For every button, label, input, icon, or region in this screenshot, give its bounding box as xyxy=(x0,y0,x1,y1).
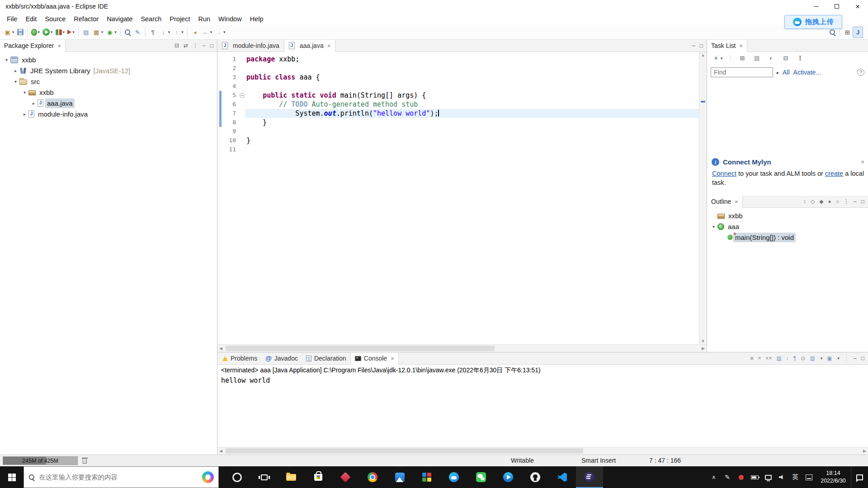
tree-collapsed-arrow-icon[interactable]: ▸ xyxy=(30,101,38,106)
new-wizard-button[interactable]: ▣▾ xyxy=(2,27,16,38)
next-annotation-button[interactable]: ↓▾ xyxy=(158,27,172,38)
editor-horizontal-scrollbar[interactable]: ◀ ▶ xyxy=(217,344,707,352)
scroll-left-icon[interactable]: ◀ xyxy=(219,449,222,453)
mark-occurrences-button[interactable]: ✎ xyxy=(132,27,143,38)
close-view-icon[interactable]: × xyxy=(735,198,738,205)
dropdown-caret-icon[interactable]: ▾ xyxy=(12,30,14,34)
dropdown-caret-icon[interactable]: ▾ xyxy=(72,30,75,34)
code-line-3[interactable]: public class aaa { xyxy=(245,73,699,82)
pen-app-tray-button[interactable]: ✎ xyxy=(721,466,734,488)
code-line-5[interactable]: public static void main(String[] args) { xyxy=(245,91,699,100)
dropdown-caret-icon[interactable]: ▾ xyxy=(114,30,117,34)
editor-vertical-scrollbar[interactable]: ▲ ▼ xyxy=(699,52,707,344)
outline-tab[interactable]: Outline × xyxy=(707,196,743,208)
tree-item-module-info-java[interactable]: ▸module-info.java xyxy=(0,108,217,119)
menu-refactor[interactable]: Refactor xyxy=(70,14,103,24)
hide-fields-icon[interactable]: ◇ xyxy=(811,199,815,204)
filter-all-link[interactable]: All xyxy=(783,69,790,76)
run-external-tools-button[interactable]: ▾ xyxy=(66,27,76,38)
console-output[interactable]: hellow world xyxy=(217,375,868,447)
wechat-taskbar-button[interactable] xyxy=(467,466,495,488)
hidden-icons-tray-button[interactable]: ∧ xyxy=(707,466,721,488)
code-line-7[interactable]: System.out.println("hellow world"); xyxy=(245,109,699,118)
hide-completed-button[interactable]: ⊟ xyxy=(781,52,791,64)
menu-file[interactable]: File xyxy=(3,14,21,24)
dropdown-caret-icon[interactable]: ▾ xyxy=(223,30,226,34)
github-taskbar-button[interactable] xyxy=(522,466,549,488)
activate-link[interactable]: Activate... xyxy=(793,69,821,76)
menu-run[interactable]: Run xyxy=(194,14,214,24)
line-number-ruler[interactable]: 1234567891011 xyxy=(224,52,238,344)
ime-keyboard-tray-button[interactable] xyxy=(802,466,816,488)
close-button[interactable]: × xyxy=(847,0,868,13)
dropdown-caret-icon[interactable]: ▾ xyxy=(838,356,840,361)
task-list-tab[interactable]: Task List × xyxy=(707,40,747,52)
hide-non-public-members-icon[interactable]: ● xyxy=(828,199,831,204)
scroll-lock-icon[interactable]: ↓ xyxy=(786,356,789,361)
tab-console[interactable]: Console× xyxy=(350,352,399,365)
eclipse-taskbar-button[interactable] xyxy=(576,466,603,488)
scroll-left-icon[interactable]: ◀ xyxy=(219,346,222,351)
taskbar-search-box[interactable] xyxy=(24,466,219,488)
menu-project[interactable]: Project xyxy=(165,14,194,24)
last-edit-location-button[interactable]: ◂ xyxy=(190,27,200,38)
maximize-editor-icon[interactable]: □ xyxy=(700,43,703,48)
collapse-fold-icon[interactable] xyxy=(240,93,245,98)
tree-expanded-arrow-icon[interactable]: ▾ xyxy=(3,57,10,62)
coverage-button[interactable]: ▾ xyxy=(54,27,66,38)
show-whitespace-button[interactable]: ¶ xyxy=(148,27,158,38)
tab-declaration[interactable]: Declaration xyxy=(302,352,350,364)
scroll-down-icon[interactable]: ▼ xyxy=(701,339,705,343)
ms-store-taskbar-button[interactable] xyxy=(305,466,332,488)
video-player-taskbar-button[interactable] xyxy=(495,466,522,488)
drag-upload-overlay-button[interactable]: 拖拽上传 xyxy=(784,15,842,29)
view-menu-icon[interactable]: ⋮ xyxy=(193,43,198,48)
tree-expanded-arrow-icon[interactable]: ▾ xyxy=(710,224,717,229)
dropdown-caret-icon[interactable]: ▾ xyxy=(168,30,170,34)
open-console-icon[interactable]: ▣ xyxy=(827,356,832,361)
minimize-editor-icon[interactable]: – xyxy=(692,43,695,48)
editor-tab-aaa-java[interactable]: aaa.java× xyxy=(284,40,336,52)
categorized-presentation-button[interactable]: ⊞ xyxy=(737,52,748,64)
code-line-10[interactable]: } xyxy=(245,136,699,145)
word-wrap-icon[interactable]: ¶ xyxy=(793,356,796,361)
red-diamond-taskbar-button[interactable] xyxy=(332,466,359,488)
cloud-app-taskbar-button[interactable] xyxy=(440,466,467,488)
scheduled-presentation-button[interactable]: ▤ xyxy=(752,52,762,64)
minimize-button[interactable] xyxy=(806,0,826,13)
run-button[interactable]: ▾ xyxy=(41,27,54,38)
collapse-all-icon[interactable]: ⊟ xyxy=(175,43,179,48)
taskbar-clock[interactable]: 18:14 2022/6/30 xyxy=(816,469,851,485)
scrollbar-thumb[interactable] xyxy=(226,448,583,454)
java-perspective-button[interactable]: J xyxy=(853,27,863,38)
tree-item-aaa[interactable]: ▾aaa xyxy=(707,221,868,232)
menu-window[interactable]: Window xyxy=(214,14,246,24)
dropdown-caret-icon[interactable]: ▾ xyxy=(821,356,823,361)
terminate-icon[interactable]: ■ xyxy=(750,356,753,361)
code-line-8[interactable]: } xyxy=(245,118,699,127)
remove-launch-icon[interactable]: × xyxy=(758,356,761,361)
menu-source[interactable]: Source xyxy=(41,14,70,24)
run-garbage-collector-icon[interactable] xyxy=(82,458,87,464)
connect-link[interactable]: Connect xyxy=(712,170,736,177)
debug-button[interactable]: ▾ xyxy=(30,27,42,38)
help-icon[interactable] xyxy=(857,69,864,76)
java-search-button[interactable] xyxy=(123,27,132,38)
code-line-9[interactable] xyxy=(245,127,699,136)
code-editor[interactable]: package xxbb;public class aaa { public s… xyxy=(245,52,699,344)
tree-item-xxbb[interactable]: xxbb xyxy=(707,210,868,221)
tree-item-main-string-void[interactable]: main(String[]) : void xyxy=(707,232,868,243)
dropdown-caret-icon[interactable]: ▾ xyxy=(181,30,184,34)
task-view-taskbar-button[interactable] xyxy=(250,466,278,488)
new-task-button[interactable]: +▾ xyxy=(711,52,724,64)
forward-button[interactable]: →▾ xyxy=(213,27,227,38)
tree-item-jre-system-library[interactable]: ▸JRE System Library[JavaSE-12] xyxy=(0,65,217,76)
minimize-view-icon[interactable]: – xyxy=(854,199,857,204)
back-button[interactable]: ←▾ xyxy=(200,27,214,38)
hide-static-members-icon[interactable]: ◆ xyxy=(819,199,823,204)
tree-collapsed-arrow-icon[interactable]: ▸ xyxy=(12,68,19,73)
previous-annotation-button[interactable]: ↑▾ xyxy=(171,27,185,38)
scroll-right-icon[interactable]: ▶ xyxy=(863,449,866,453)
code-line-6[interactable]: // TODO Auto-generated method stub xyxy=(245,100,699,109)
create-link[interactable]: create xyxy=(825,170,843,177)
